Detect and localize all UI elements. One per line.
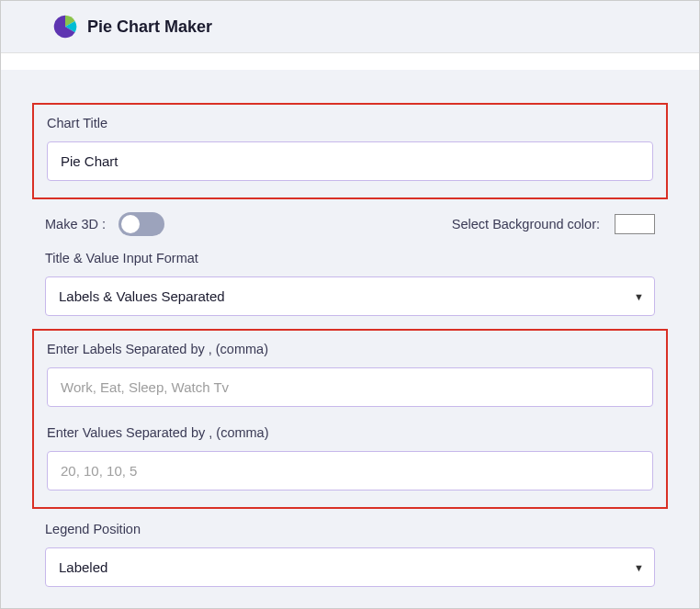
app-header: Pie Chart Maker xyxy=(1,1,699,53)
app-title: Pie Chart Maker xyxy=(87,17,212,37)
input-format-section: Title & Value Input Format Labels & Valu… xyxy=(32,251,668,316)
legend-select[interactable]: Labeled xyxy=(45,547,655,587)
form-content: Chart Title Make 3D : Select Background … xyxy=(1,70,699,587)
options-row: Make 3D : Select Background color: xyxy=(32,212,668,236)
bgcolor-group: Select Background color: xyxy=(452,214,655,234)
chart-title-input[interactable] xyxy=(47,141,653,181)
values-section: Enter Values Separated by , (comma) xyxy=(47,425,653,491)
chart-title-section: Chart Title xyxy=(47,116,653,181)
make3d-toggle[interactable] xyxy=(119,212,164,236)
legend-section: Legend Position Labeled ▼ xyxy=(32,522,668,587)
make3d-group: Make 3D : xyxy=(45,212,164,236)
labels-values-highlight: Enter Labels Separated by , (comma) Ente… xyxy=(32,329,668,509)
input-format-select[interactable]: Labels & Values Separated xyxy=(45,276,655,316)
labels-label: Enter Labels Separated by , (comma) xyxy=(47,342,653,356)
chart-title-label: Chart Title xyxy=(47,116,653,130)
labels-input[interactable] xyxy=(47,367,653,407)
chart-title-highlight: Chart Title xyxy=(32,103,668,199)
labels-section: Enter Labels Separated by , (comma) xyxy=(47,342,653,407)
input-format-label: Title & Value Input Format xyxy=(45,251,655,265)
bgcolor-swatch[interactable] xyxy=(615,214,655,234)
make3d-label: Make 3D : xyxy=(45,217,106,231)
divider-strip xyxy=(1,53,699,70)
legend-label: Legend Position xyxy=(45,522,655,536)
values-input[interactable] xyxy=(47,451,653,491)
pie-chart-logo-icon xyxy=(52,14,78,39)
bgcolor-label: Select Background color: xyxy=(452,217,600,231)
values-label: Enter Values Separated by , (comma) xyxy=(47,425,653,440)
